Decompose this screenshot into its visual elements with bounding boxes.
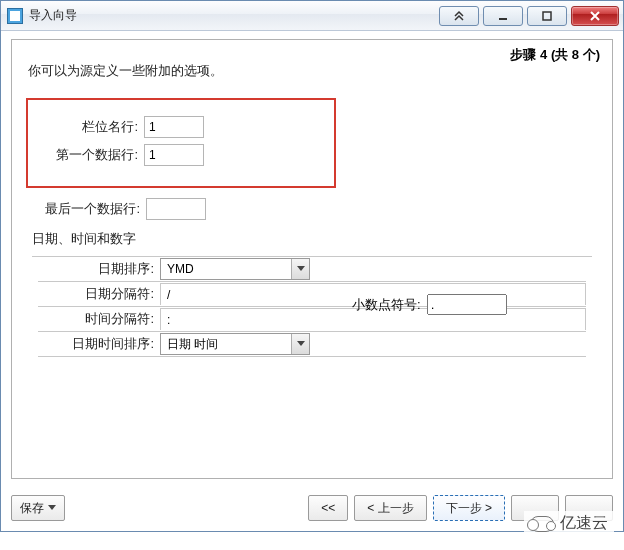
first-data-row-label: 第一个数据行:: [40, 146, 144, 164]
save-button[interactable]: 保存: [11, 495, 65, 521]
window-title: 导入向导: [29, 7, 77, 24]
chevron-down-icon: [291, 334, 309, 354]
datetime-order-combo[interactable]: 日期 时间: [160, 333, 310, 355]
cloud-icon: [530, 516, 554, 532]
import-wizard-window: 导入向导 步骤 4 (共 8 个) 你可以为源定义一些附加的选项。 栏位名行:: [0, 0, 624, 532]
step-indicator: 步骤 4 (共 8 个): [510, 46, 600, 64]
svg-rect-1: [543, 12, 551, 20]
time-sep-label: 时间分隔符:: [38, 310, 160, 328]
intro-text: 你可以为源定义一些附加的选项。: [28, 62, 598, 80]
maximize-button[interactable]: [527, 6, 567, 26]
decimal-symbol-label: 小数点符号:: [352, 296, 421, 314]
date-order-value: YMD: [167, 262, 194, 276]
first-data-row-input[interactable]: [144, 144, 204, 166]
first-page-button[interactable]: <<: [308, 495, 348, 521]
prev-button[interactable]: < 上一步: [354, 495, 426, 521]
row-definition-group: 栏位名行: 第一个数据行:: [26, 98, 336, 188]
watermark-text: 亿速云: [560, 513, 608, 534]
field-name-row-input[interactable]: [144, 116, 204, 138]
svg-rect-0: [499, 18, 507, 20]
datetime-grid: 日期排序: YMD 日期分隔符: / 时间分隔符: : 日期时间排序:: [32, 256, 592, 357]
next-button[interactable]: 下一步 >: [433, 495, 505, 521]
date-order-label: 日期排序:: [38, 260, 160, 278]
close-button[interactable]: [571, 6, 619, 26]
wizard-panel: 步骤 4 (共 8 个) 你可以为源定义一些附加的选项。 栏位名行: 第一个数据…: [11, 39, 613, 479]
minimize-button[interactable]: [483, 6, 523, 26]
last-data-row-input[interactable]: [146, 198, 206, 220]
window-controls: [439, 6, 619, 26]
chevron-down-icon: [291, 259, 309, 279]
decimal-symbol-input[interactable]: [427, 294, 507, 315]
decimal-symbol-group: 小数点符号:: [352, 294, 507, 315]
titlebar: 导入向导: [1, 1, 623, 31]
watermark: 亿速云: [524, 511, 614, 536]
field-name-row-label: 栏位名行:: [40, 118, 144, 136]
chevron-down-icon: [48, 505, 56, 511]
datetime-section-heading: 日期、时间和数字: [32, 230, 598, 248]
datetime-order-value: 日期 时间: [167, 336, 218, 353]
date-sep-label: 日期分隔符:: [38, 285, 160, 303]
app-icon: [7, 8, 23, 24]
last-data-row-label: 最后一个数据行:: [30, 200, 146, 218]
datetime-order-label: 日期时间排序:: [38, 335, 160, 353]
restore-alt-button[interactable]: [439, 6, 479, 26]
date-order-combo[interactable]: YMD: [160, 258, 310, 280]
